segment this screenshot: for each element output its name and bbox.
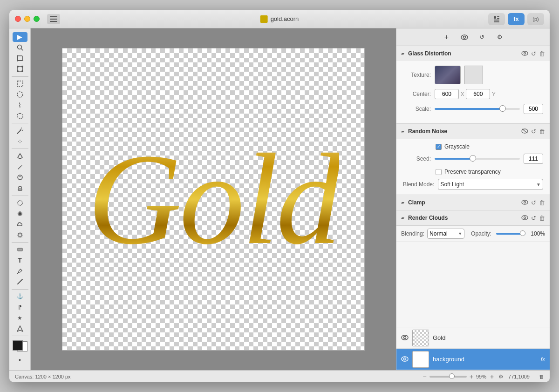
filter-delete-icon-2[interactable]: 🗑 <box>539 128 545 135</box>
fx-button[interactable]: fx <box>508 13 525 25</box>
filter-reset-icon[interactable]: ↺ <box>531 50 536 57</box>
center-x-input[interactable] <box>435 89 459 99</box>
sidebar-toggle-button[interactable] <box>47 14 60 24</box>
visibility-button[interactable] <box>458 32 470 42</box>
scale-value: 500 <box>524 104 543 114</box>
tool-pencil[interactable] <box>13 162 27 172</box>
tool-transform[interactable] <box>13 64 27 74</box>
svg-point-43 <box>461 35 468 40</box>
tool-cloud[interactable] <box>13 219 27 229</box>
toolbar-divider-6 <box>12 289 28 290</box>
close-button[interactable] <box>15 16 21 22</box>
toolbar-divider-4 <box>12 196 28 196</box>
filter-reset-icon-3[interactable]: ↺ <box>531 199 536 206</box>
tool-anchor[interactable]: ⚓ <box>13 291 27 301</box>
tool-poly-lasso[interactable] <box>13 111 27 121</box>
layer-vis-icon-gold[interactable] <box>401 334 409 342</box>
layer-fx-icon[interactable]: fx <box>541 356 545 363</box>
canvas-area[interactable]: Gold <box>31 28 396 370</box>
filter-eye-icon-4[interactable] <box>521 215 528 222</box>
trash-icon[interactable]: 🗑 <box>539 374 544 379</box>
filter-delete-icon-3[interactable]: 🗑 <box>539 199 545 206</box>
titlebar-right-buttons: fx (p) <box>488 13 544 25</box>
tool-arrow-up[interactable] <box>13 324 27 333</box>
zoom-in-button[interactable]: + <box>470 373 473 380</box>
color-swatches[interactable] <box>13 340 27 351</box>
texture-empty <box>464 66 483 84</box>
tools-button[interactable] <box>488 13 505 25</box>
filter-glass-distortion-header[interactable]: ▰ Glass Distortion ↺ 🗑 <box>396 46 550 61</box>
reset-button[interactable]: ↺ <box>476 32 488 42</box>
tool-ellipse-select[interactable] <box>13 90 27 100</box>
zoom-slider[interactable] <box>429 376 467 378</box>
filter-clamp-actions: ↺ 🗑 <box>521 199 545 206</box>
traffic-lights <box>15 16 40 22</box>
texture-preview[interactable] <box>435 66 461 84</box>
tool-magnet[interactable]: ⁋ <box>13 302 27 312</box>
tool-swap-colors[interactable]: ⇄ <box>9 353 12 366</box>
scale-slider-thumb[interactable] <box>499 105 506 112</box>
maximize-button[interactable] <box>34 16 40 22</box>
filter-eye-icon-3[interactable] <box>521 199 528 206</box>
tool-sun[interactable] <box>13 230 27 240</box>
tool-reset-colors[interactable]: ● <box>13 353 27 366</box>
svg-rect-1 <box>50 19 57 20</box>
tool-dodge[interactable] <box>13 173 27 182</box>
collapse-icon-3: ▰ <box>401 200 404 205</box>
preserve-checkbox[interactable]: ✓ <box>436 169 442 175</box>
tool-pen[interactable] <box>13 266 27 276</box>
gear-button[interactable]: ⚙ <box>494 32 506 42</box>
layer-item-gold[interactable]: Gold <box>396 327 550 349</box>
filters-area: ▰ Glass Distortion ↺ 🗑 <box>396 46 550 327</box>
tool-star[interactable]: ★ <box>13 313 27 323</box>
tool-blur[interactable] <box>13 198 27 208</box>
tool-crop[interactable] <box>13 54 27 63</box>
add-filter-button[interactable]: + <box>441 32 453 42</box>
layer-item-background[interactable]: background fx <box>396 349 550 370</box>
svg-marker-42 <box>17 326 23 331</box>
seed-slider[interactable] <box>435 158 520 160</box>
tool-select[interactable]: ▶ <box>13 32 27 42</box>
tool-brush-select[interactable]: ⁘ <box>13 136 27 146</box>
tool-rect-select[interactable] <box>13 79 27 89</box>
opacity-slider[interactable] <box>496 233 525 235</box>
filter-clamp-header[interactable]: ▰ Clamp ↺ 🗑 <box>396 195 550 210</box>
scale-slider[interactable] <box>435 108 520 110</box>
tool-zoom[interactable] <box>13 43 27 53</box>
tool-stamp[interactable] <box>13 183 27 193</box>
tool-text[interactable]: T <box>13 256 27 265</box>
dropdown-arrow-icon: ▼ <box>536 182 541 187</box>
canvas-wrapper: Gold <box>62 48 365 351</box>
blend-mode-select[interactable]: Soft Light ▼ <box>438 179 543 190</box>
center-y-input[interactable] <box>466 89 490 99</box>
svg-point-29 <box>18 201 22 205</box>
filter-reset-icon-4[interactable]: ↺ <box>531 215 536 222</box>
svg-point-51 <box>522 216 528 220</box>
filter-eye-icon[interactable] <box>521 50 528 57</box>
p-button[interactable]: (p) <box>527 13 544 25</box>
zoom-out-button[interactable]: − <box>423 373 427 380</box>
tool-rect-shape[interactable] <box>13 245 27 255</box>
tool-magic-wand[interactable] <box>13 126 27 135</box>
minimize-button[interactable] <box>24 16 30 22</box>
filter-render-clouds-header[interactable]: ▰ Render Clouds ↺ 🗑 <box>396 210 550 225</box>
layer-vis-icon-background[interactable] <box>401 356 409 363</box>
filter-reset-icon-2[interactable]: ↺ <box>531 128 536 135</box>
tool-paint-bucket[interactable] <box>13 151 27 161</box>
filter-delete-icon[interactable]: 🗑 <box>539 50 545 57</box>
add-layer-button[interactable]: + <box>490 373 494 380</box>
svg-point-44 <box>463 36 465 38</box>
filter-eye-icon-2[interactable] <box>521 128 528 135</box>
layer-name-gold: Gold <box>433 334 545 341</box>
zoom-knob[interactable] <box>449 373 455 379</box>
tool-sparkle[interactable]: ✺ <box>13 209 27 218</box>
settings-icon[interactable]: ⚙ <box>498 373 504 380</box>
grayscale-checkbox[interactable]: ✓ <box>436 144 442 150</box>
filter-delete-icon-4[interactable]: 🗑 <box>539 215 545 222</box>
blending-select[interactable]: Normal ▼ <box>427 229 464 239</box>
tool-line[interactable] <box>13 277 27 287</box>
filter-random-noise-header[interactable]: ▰ Random Noise ↺ 🗑 <box>396 124 550 139</box>
opacity-slider-thumb[interactable] <box>520 230 525 236</box>
tool-lasso[interactable]: ⌇ <box>13 100 27 110</box>
seed-slider-thumb[interactable] <box>470 155 476 162</box>
